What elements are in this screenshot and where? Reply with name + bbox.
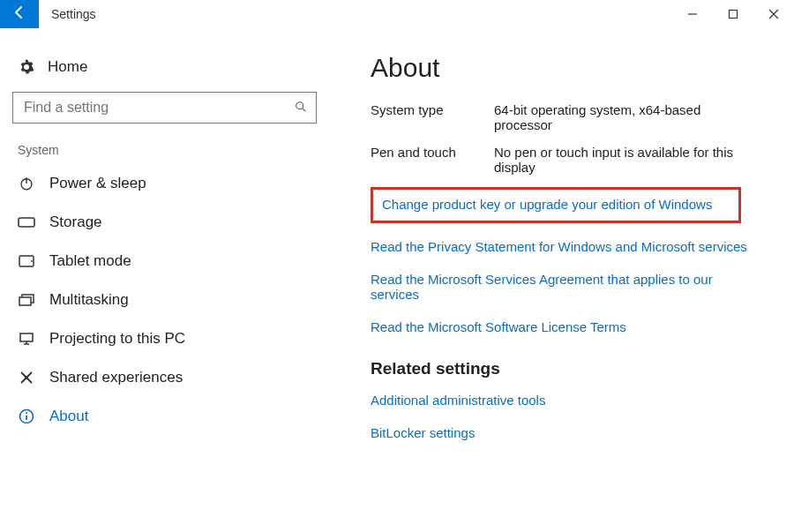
sidebar-item-power-sleep[interactable]: Power & sleep xyxy=(12,164,318,203)
sidebar: Home System Power & sleep Storage xyxy=(0,53,326,458)
svg-point-8 xyxy=(31,260,33,262)
search-input[interactable] xyxy=(22,99,295,116)
svg-rect-11 xyxy=(20,333,33,341)
power-icon xyxy=(18,176,35,191)
shared-icon xyxy=(18,370,35,386)
sidebar-item-label: About xyxy=(49,408,88,425)
sidebar-item-label: Storage xyxy=(49,214,102,231)
svg-point-2 xyxy=(296,101,303,109)
maximize-button[interactable] xyxy=(713,0,753,28)
svg-line-3 xyxy=(303,108,306,111)
sidebar-item-label: Tablet mode xyxy=(49,252,131,270)
info-val: 64-bit operating system, x64-based proce… xyxy=(494,102,750,132)
svg-rect-1 xyxy=(730,11,738,19)
link-services-agreement[interactable]: Read the Microsoft Services Agreement th… xyxy=(371,272,750,302)
window-title: Settings xyxy=(51,7,96,21)
svg-point-12 xyxy=(25,376,28,379)
info-key: Pen and touch xyxy=(371,145,494,175)
close-button[interactable] xyxy=(753,0,794,28)
arrow-left-icon xyxy=(12,5,26,23)
related-settings-title: Related settings xyxy=(371,359,776,378)
svg-rect-6 xyxy=(19,218,34,227)
sidebar-item-projecting[interactable]: Projecting to this PC xyxy=(12,319,318,358)
info-icon xyxy=(18,408,35,424)
storage-icon xyxy=(18,217,35,228)
projecting-icon xyxy=(18,332,35,346)
info-key: System type xyxy=(371,102,494,132)
svg-point-15 xyxy=(26,412,27,414)
search-input-container[interactable] xyxy=(12,92,317,124)
sidebar-item-multitasking[interactable]: Multitasking xyxy=(12,281,318,319)
multitasking-icon xyxy=(18,294,35,306)
link-privacy-statement[interactable]: Read the Privacy Statement for Windows a… xyxy=(371,239,750,254)
main-content: About System type 64-bit operating syste… xyxy=(326,53,794,458)
search-icon xyxy=(295,101,307,116)
gear-icon xyxy=(18,59,35,75)
back-button[interactable] xyxy=(0,0,39,28)
link-admin-tools[interactable]: Additional administrative tools xyxy=(371,393,750,408)
sidebar-item-label: Multitasking xyxy=(49,291,129,309)
highlighted-link-box: Change product key or upgrade your editi… xyxy=(371,187,741,223)
sidebar-item-storage[interactable]: Storage xyxy=(12,203,318,242)
sidebar-item-label: Power & sleep xyxy=(49,175,146,192)
sidebar-item-tablet-mode[interactable]: Tablet mode xyxy=(12,242,318,281)
sidebar-item-label: Projecting to this PC xyxy=(49,330,185,348)
home-label: Home xyxy=(48,58,87,76)
tablet-icon xyxy=(18,255,35,267)
home-button[interactable]: Home xyxy=(12,53,318,92)
category-label: System xyxy=(12,143,318,164)
svg-rect-10 xyxy=(19,297,31,305)
sidebar-item-about[interactable]: About xyxy=(12,397,318,436)
info-row-system-type: System type 64-bit operating system, x64… xyxy=(371,102,776,132)
sidebar-item-shared-experiences[interactable]: Shared experiences xyxy=(12,358,318,397)
link-license-terms[interactable]: Read the Microsoft Software License Term… xyxy=(371,319,750,334)
page-title: About xyxy=(371,53,776,83)
link-change-product-key[interactable]: Change product key or upgrade your editi… xyxy=(382,197,730,212)
info-val: No pen or touch input is available for t… xyxy=(494,145,750,175)
minimize-button[interactable] xyxy=(672,0,713,28)
link-bitlocker[interactable]: BitLocker settings xyxy=(371,425,750,440)
info-row-pen-touch: Pen and touch No pen or touch input is a… xyxy=(371,145,776,175)
sidebar-item-label: Shared experiences xyxy=(49,369,183,386)
